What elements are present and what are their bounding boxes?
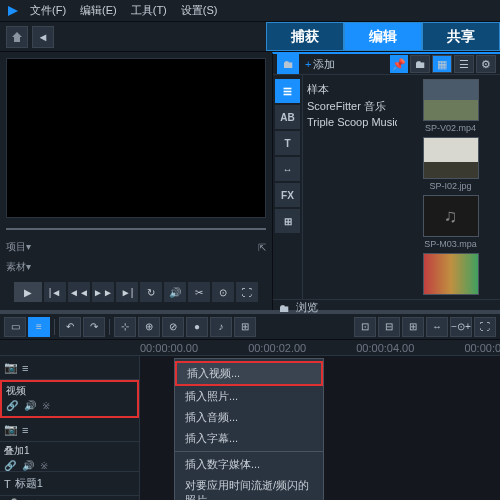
- menu-file[interactable]: 文件(F): [24, 1, 72, 20]
- undo-icon[interactable]: ↶: [59, 317, 81, 337]
- tree-item[interactable]: ScoreFitter 音乐: [307, 98, 397, 115]
- thumb-image: [423, 253, 479, 295]
- thumb-label: SP-M03.mpa: [424, 239, 477, 249]
- media-tab-title[interactable]: T: [275, 131, 300, 155]
- menu-edit[interactable]: 编辑(E): [74, 1, 123, 20]
- ruler-tick: 00:00:04.00: [356, 342, 414, 354]
- preview-panel: 项目▾ ⇱ 素材▾ ▶ |◄ ◄◄ ►► ►| ↻ 🔊 ✂ ⊙ ⛶: [0, 52, 272, 310]
- zoom-tool-icon[interactable]: ⊞: [402, 317, 424, 337]
- timeline-ruler[interactable]: 00:00:00.00 00:00:02.00 00:00:04.00 00:0…: [0, 340, 500, 356]
- media-panel: 🖿 + 添加 📌 🖿 ▦ ☰ ⚙ ☰ AB T ↔ FX ⊞ 样本 ScoreF…: [272, 52, 500, 310]
- menu-insert-subtitle[interactable]: 插入字幕...: [175, 428, 323, 449]
- thumb-item[interactable]: [405, 253, 496, 295]
- fx-icon[interactable]: ※: [42, 400, 50, 411]
- camera-icon: 📷: [4, 361, 18, 374]
- ruler-tick: 00:00:02.00: [248, 342, 306, 354]
- zoom-tool-icon[interactable]: ⊟: [378, 317, 400, 337]
- popout-icon[interactable]: ⇱: [258, 242, 266, 253]
- track-label: 标题1: [15, 476, 43, 491]
- tree-item[interactable]: 样本: [307, 81, 397, 98]
- media-tab-transition[interactable]: AB: [275, 105, 300, 129]
- timeline-view-icon[interactable]: ≡: [28, 317, 50, 337]
- media-tab-template[interactable]: ⊞: [275, 209, 300, 233]
- menubar: 文件(F) 编辑(E) 工具(T) 设置(S): [0, 0, 500, 22]
- add-media-label[interactable]: 添加: [313, 57, 335, 72]
- mute-icon[interactable]: 🔊: [24, 400, 36, 411]
- folder-small-icon[interactable]: 🖿: [279, 302, 290, 314]
- tab-edit[interactable]: 编辑: [344, 22, 422, 51]
- back-icon[interactable]: ◄: [32, 26, 54, 48]
- preview-viewport[interactable]: [6, 58, 266, 218]
- media-thumbnails: SP-V02.mp4 SP-I02.jpg ♫ SP-M03.mpa: [401, 75, 500, 299]
- fullscreen-icon[interactable]: ⛶: [236, 282, 258, 302]
- thumb-label: SP-I02.jpg: [429, 181, 471, 191]
- scrub-bar[interactable]: [6, 224, 266, 234]
- ruler-tick: 00:00:00.00: [140, 342, 198, 354]
- sort-icon[interactable]: ⚙: [476, 55, 496, 73]
- media-tree: 样本 ScoreFitter 音乐 Triple Scoop Music: [303, 75, 401, 299]
- browse-label[interactable]: 浏览: [296, 300, 318, 315]
- grid-view-icon[interactable]: ▦: [432, 55, 452, 73]
- redo-icon[interactable]: ↷: [83, 317, 105, 337]
- track-control[interactable]: 📷≡: [0, 418, 139, 442]
- track-title-header[interactable]: T标题1: [0, 472, 139, 496]
- fit-icon[interactable]: ↔: [426, 317, 448, 337]
- tool-btn[interactable]: ⊹: [114, 317, 136, 337]
- tool-btn[interactable]: ⊞: [234, 317, 256, 337]
- settings-icon[interactable]: −⊙+: [450, 317, 472, 337]
- play-button[interactable]: ▶: [14, 282, 42, 302]
- fullscreen-tl-icon[interactable]: ⛶: [474, 317, 496, 337]
- thumb-label: SP-V02.mp4: [425, 123, 476, 133]
- volume-icon[interactable]: 🔊: [164, 282, 186, 302]
- track-headers: 📷≡ 视频 🔗🔊※ 📷≡ 叠加1 🔗🔊※ T标题1 🎤声音 🔊※ ♪音乐1: [0, 356, 140, 500]
- zoom-tool-icon[interactable]: ⊡: [354, 317, 376, 337]
- music-note-icon: ♫: [423, 195, 479, 237]
- tab-capture[interactable]: 捕获: [266, 22, 344, 51]
- rewind-button[interactable]: ◄◄: [68, 282, 90, 302]
- track-control[interactable]: 📷≡: [0, 356, 139, 380]
- ruler-tick: 00:00:06.00: [464, 342, 500, 354]
- media-tab-motion[interactable]: ↔: [275, 157, 300, 181]
- menu-tools[interactable]: 工具(T): [125, 1, 173, 20]
- tool-btn[interactable]: ♪: [210, 317, 232, 337]
- tab-share[interactable]: 共享: [422, 22, 500, 51]
- menu-insert-digital[interactable]: 插入数字媒体...: [175, 454, 323, 475]
- project-selector[interactable]: 项目▾: [6, 240, 31, 254]
- menu-settings[interactable]: 设置(S): [175, 1, 224, 20]
- menu-insert-timelapse[interactable]: 对要应用时间流逝/频闪的照片...: [175, 475, 323, 500]
- tool-btn[interactable]: ⊕: [138, 317, 160, 337]
- library-tab-icon[interactable]: 🖿: [277, 54, 299, 74]
- folder-icon[interactable]: 🖿: [410, 55, 430, 73]
- tree-item[interactable]: Triple Scoop Music: [307, 114, 397, 131]
- tool-btn[interactable]: ⊘: [162, 317, 184, 337]
- link-icon[interactable]: 🔗: [6, 400, 18, 411]
- menu-insert-video[interactable]: 插入视频...: [175, 361, 323, 386]
- menu-insert-photo[interactable]: 插入照片...: [175, 386, 323, 407]
- track-label: 叠加1: [4, 444, 135, 458]
- snapshot-icon[interactable]: ⊙: [212, 282, 234, 302]
- record-icon[interactable]: ●: [186, 317, 208, 337]
- play-controls: ▶ |◄ ◄◄ ►► ►| ↻ 🔊 ✂ ⊙ ⛶: [6, 282, 266, 302]
- home-icon[interactable]: [6, 26, 28, 48]
- track-video-header[interactable]: 视频 🔗🔊※: [0, 380, 139, 418]
- pin-icon[interactable]: 📌: [390, 55, 408, 73]
- loop-button[interactable]: ↻: [140, 282, 162, 302]
- media-tab-fx[interactable]: FX: [275, 183, 300, 207]
- clip-selector[interactable]: 素材▾: [6, 260, 31, 274]
- thumb-item[interactable]: ♫ SP-M03.mpa: [405, 195, 496, 249]
- thumb-image: [423, 79, 479, 121]
- forward-button[interactable]: ►►: [92, 282, 114, 302]
- thumb-item[interactable]: SP-V02.mp4: [405, 79, 496, 133]
- menu-insert-audio[interactable]: 插入音频...: [175, 407, 323, 428]
- track-overlay-header[interactable]: 叠加1 🔗🔊※: [0, 442, 139, 472]
- prev-frame-button[interactable]: |◄: [44, 282, 66, 302]
- thumb-item[interactable]: SP-I02.jpg: [405, 137, 496, 191]
- list-view-icon[interactable]: ☰: [454, 55, 474, 73]
- storyboard-view-icon[interactable]: ▭: [4, 317, 26, 337]
- media-tab-library[interactable]: ☰: [275, 79, 300, 103]
- context-menu: 插入视频... 插入照片... 插入音频... 插入字幕... 插入数字媒体..…: [174, 358, 324, 500]
- next-frame-button[interactable]: ►|: [116, 282, 138, 302]
- timeline-toolbar: ▭ ≡ ↶ ↷ ⊹ ⊕ ⊘ ● ♪ ⊞ ⊡ ⊟ ⊞ ↔ −⊙+ ⛶: [0, 314, 500, 340]
- track-voice-header[interactable]: 🎤声音 🔊※: [0, 496, 139, 500]
- split-icon[interactable]: ✂: [188, 282, 210, 302]
